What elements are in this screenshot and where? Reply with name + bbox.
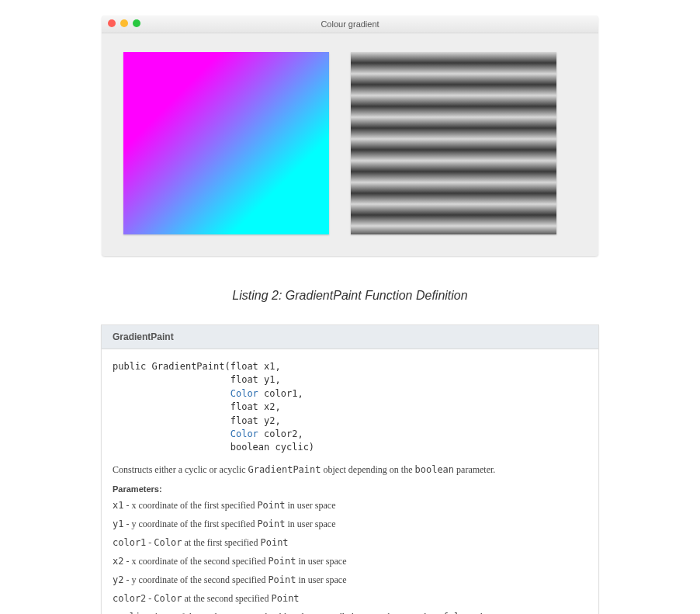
param-doc: x2 - x coordinate of the second specifie… bbox=[113, 554, 587, 568]
param-doc-list: x1 - x coordinate of the first specified… bbox=[113, 498, 587, 614]
gradient-panel-right bbox=[351, 52, 556, 234]
window-body bbox=[102, 33, 598, 256]
constructor-signature: public GradientPaint(float x1, float y1,… bbox=[113, 360, 587, 455]
maximize-icon[interactable] bbox=[133, 19, 140, 27]
app-window: Colour gradient bbox=[102, 16, 598, 256]
param-doc: y2 - y coordinate of the second specifie… bbox=[113, 573, 587, 587]
doc-panel: GradientPaint public GradientPaint(float… bbox=[101, 324, 599, 614]
close-icon[interactable] bbox=[108, 19, 116, 27]
doc-body: public GradientPaint(float x1, float y1,… bbox=[102, 349, 598, 614]
param-doc: color2 - Color at the second specified P… bbox=[113, 591, 587, 605]
param-doc: cyclic - true if the gradient pattern sh… bbox=[113, 610, 587, 614]
param-doc: y1 - y coordinate of the first specified… bbox=[113, 517, 587, 531]
listing-caption: Listing 2: GradientPaint Function Defini… bbox=[0, 289, 700, 303]
gradient-panel-left bbox=[123, 52, 329, 234]
window-controls bbox=[108, 19, 140, 27]
doc-description: Constructs either a cyclic or acyclic Gr… bbox=[113, 463, 587, 477]
window-title: Colour gradient bbox=[321, 19, 379, 29]
param-doc: color1 - Color at the first specified Po… bbox=[113, 536, 587, 550]
params-heading: Parameters: bbox=[113, 484, 587, 494]
doc-class-name: GradientPaint bbox=[102, 325, 598, 349]
minimize-icon[interactable] bbox=[120, 19, 128, 27]
window-titlebar: Colour gradient bbox=[102, 16, 598, 33]
param-doc: x1 - x coordinate of the first specified… bbox=[113, 498, 587, 512]
